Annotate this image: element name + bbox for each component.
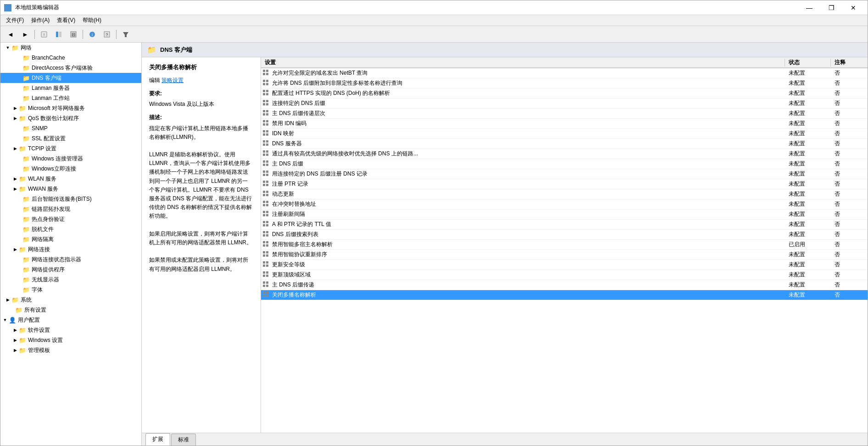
policy-row[interactable]: 关闭多播名称解析未配置否 — [261, 290, 868, 300]
forward-button[interactable]: ► — [19, 28, 32, 41]
tree-item-admin-templates[interactable]: ▶ 📁 管理模板 — [0, 345, 141, 355]
minimize-button[interactable]: — — [799, 0, 820, 15]
svg-rect-45 — [263, 154, 265, 156]
tree-item-net-conn[interactable]: ▶ 📁 网络连接 — [0, 244, 141, 254]
tree-item-wwan[interactable]: ▶ 📁 WWAN 服务 — [0, 184, 141, 194]
filter-button[interactable] — [119, 28, 132, 41]
policy-row[interactable]: 更新安全等级未配置否 — [261, 260, 868, 270]
expand-admin-templates[interactable]: ▶ — [11, 347, 19, 354]
policy-row[interactable]: 主 DNS 后缀传递未配置否 — [261, 280, 868, 290]
expand-network[interactable]: ▼ — [4, 44, 11, 51]
policy-row[interactable]: 允许将 DNS 后缀附加到非限定性多标签名称进行查询未配置否 — [261, 78, 868, 88]
tree-item-lanman-workstation[interactable]: ▶ 📁 Lanman 工作站 — [0, 93, 141, 103]
tree-item-bits[interactable]: ▶ 📁 后台智能传送服务(BITS) — [0, 194, 141, 204]
tree-item-all-settings[interactable]: ▶ 📁 所有设置 — [0, 305, 141, 315]
expand-user-config[interactable]: ▼ — [1, 316, 9, 324]
tree-item-directaccess[interactable]: ▶ 📁 DirectAccess 客户端体验 — [0, 63, 141, 73]
folder-software-settings-icon: 📁 — [19, 327, 26, 334]
policy-setting-label: 配置通过 HTTPS 实现的 DNS (DoH) 的名称解析 — [272, 89, 390, 97]
tab-expand[interactable]: 扩展 — [145, 433, 170, 446]
tree-item-hotspot[interactable]: ▶ 📁 热点身份验证 — [0, 214, 141, 224]
tree-item-system[interactable]: ▶ 📁 系统 — [0, 295, 141, 305]
policy-row[interactable]: DNS 服务器未配置否 — [261, 139, 868, 149]
policy-comment-cell: 否 — [831, 220, 868, 228]
policy-row[interactable]: 更新顶级域区域未配置否 — [261, 270, 868, 280]
policy-setting-label: 更新顶级域区域 — [272, 271, 311, 279]
tree-item-link-layer[interactable]: ▶ 📁 链路层拓扑发现 — [0, 204, 141, 214]
expand-windows-settings[interactable]: ▶ — [11, 336, 19, 344]
policy-row[interactable]: 禁用智能协议重新排序未配置否 — [261, 250, 868, 260]
policy-row[interactable]: 动态更新未配置否 — [261, 189, 868, 199]
policy-row[interactable]: DNS 后缀搜索列表未配置否 — [261, 230, 868, 240]
tree-item-wireless-display[interactable]: ▶ 📁 无线显示器 — [0, 275, 141, 285]
tab-standard[interactable]: 标准 — [171, 434, 196, 446]
expand-system[interactable]: ▶ — [4, 296, 11, 303]
policy-row[interactable]: 通过具有较高优先级的网络接收时优先选择 DNS 上的链路...未配置否 — [261, 149, 868, 159]
tree-item-net-status[interactable]: ▶ 📁 网络连接状态指示器 — [0, 254, 141, 264]
desc-edit-link[interactable]: 策略设置 — [161, 77, 184, 83]
maximize-button[interactable]: ❐ — [821, 0, 842, 15]
tree-item-software-settings[interactable]: ▶ 📁 软件设置 — [0, 325, 141, 335]
svg-rect-29 — [263, 113, 265, 116]
tree-item-branchcache[interactable]: ▶ 📁 BranchCache — [0, 53, 141, 63]
show-hide-button[interactable] — [52, 28, 65, 41]
back-button[interactable]: ◄ — [4, 28, 17, 41]
close-button[interactable]: ✕ — [843, 0, 864, 15]
menu-action[interactable]: 操作(A) — [28, 16, 53, 25]
tree-item-wlan-instant[interactable]: ▶ 📁 Windows立即连接 — [0, 164, 141, 174]
policy-setting-label: 禁用 IDN 编码 — [272, 120, 306, 127]
tree-item-net-isolation[interactable]: ▶ 📁 网络隔离 — [0, 234, 141, 244]
tree-item-user-config[interactable]: ▼ 👤 用户配置 — [0, 315, 141, 325]
tree-item-qos[interactable]: ▶ 📁 QoS 数据包计划程序 — [0, 113, 141, 123]
expand-net-conn[interactable]: ▶ — [11, 246, 19, 253]
policy-row[interactable]: 注册 PTR 记录未配置否 — [261, 179, 868, 189]
svg-rect-3 — [59, 32, 61, 37]
policy-row[interactable]: 连接特定的 DNS 后缀未配置否 — [261, 99, 868, 109]
policy-row[interactable]: 禁用智能多宿主名称解析已启用否 — [261, 240, 868, 250]
tree-item-ms-peer[interactable]: ▶ 📁 Microsoft 对等网络服务 — [0, 103, 141, 113]
policy-row[interactable]: 禁用 IDN 编码未配置否 — [261, 119, 868, 129]
policy-row[interactable]: IDN 映射未配置否 — [261, 129, 868, 139]
menu-file[interactable]: 文件(F) — [2, 16, 28, 25]
policy-row[interactable]: 主 DNS 后缀未配置否 — [261, 159, 868, 169]
expand-tcpip[interactable]: ▶ — [11, 145, 19, 152]
policy-row[interactable]: 注册刷新间隔未配置否 — [261, 209, 868, 220]
right-panel: 📁 DNS 客户端 关闭多播名称解析 编辑 策略设置 要求: Windows V… — [142, 43, 868, 446]
tree-item-snmp[interactable]: ▶ 📁 SNMP — [0, 123, 141, 133]
tree-item-fonts[interactable]: ▶ 📁 字体 — [0, 285, 141, 295]
policy-row[interactable]: 在冲突时替换地址未配置否 — [261, 199, 868, 209]
tree-label-branchcache: BranchCache — [32, 55, 65, 61]
tree-item-dns-client[interactable]: ▶ 📁 DNS 客户端 — [0, 73, 141, 83]
tree-label-lanman-ws: Lanman 工作站 — [32, 94, 70, 102]
menu-help[interactable]: 帮助(H) — [79, 16, 105, 25]
policy-setting-label: 允许对完全限定的域名发出 NetBT 查询 — [272, 69, 367, 77]
properties-button[interactable]: i — [86, 28, 99, 41]
policy-row[interactable]: 主 DNS 后缀传递层次未配置否 — [261, 109, 868, 119]
expand-ms-peer[interactable]: ▶ — [11, 105, 19, 112]
tree-item-network[interactable]: ▼ 📁 网络 — [0, 43, 141, 53]
policy-setting-cell: 允许将 DNS 后缀附加到非限定性多标签名称进行查询 — [261, 79, 785, 87]
policy-row[interactable]: A 和 PTR 记录的 TTL 值未配置否 — [261, 220, 868, 230]
tree-item-net-provider[interactable]: ▶ 📁 网络提供程序 — [0, 264, 141, 275]
help-button[interactable]: ? — [100, 28, 113, 41]
menu-view[interactable]: 查看(V) — [53, 16, 79, 25]
expand-qos[interactable]: ▶ — [11, 115, 19, 122]
policy-row[interactable]: 配置通过 HTTPS 实现的 DNS (DoH) 的名称解析未配置否 — [261, 88, 868, 99]
expand-button[interactable]: ⊟ — [67, 28, 80, 41]
expand-wwan[interactable]: ▶ — [11, 185, 19, 193]
policy-row[interactable]: 用连接特定的 DNS 后缀注册 DNS 记录未配置否 — [261, 169, 868, 179]
policy-row[interactable]: 允许对完全限定的域名发出 NetBT 查询未配置否 — [261, 68, 868, 78]
tree-item-wc-mgr[interactable]: ▶ 📁 Windows 连接管理器 — [0, 154, 141, 164]
svg-rect-78 — [266, 234, 268, 237]
tree-item-offline-files[interactable]: ▶ 📁 脱机文件 — [0, 224, 141, 234]
expand-wlan[interactable]: ▶ — [11, 175, 19, 182]
tree-item-ssl[interactable]: ▶ 📁 SSL 配置设置 — [0, 133, 141, 143]
content-split: 关闭多播名称解析 编辑 策略设置 要求: Windows Vista 及以上版本… — [142, 57, 868, 433]
tree-item-wlan[interactable]: ▶ 📁 WLAN 服务 — [0, 174, 141, 184]
tree-item-windows-settings[interactable]: ▶ 📁 Windows 设置 — [0, 335, 141, 345]
up-button[interactable]: ↑ — [38, 28, 50, 41]
title-bar-left: 本地组策略编辑器 — [4, 4, 59, 11]
tree-item-lanman-server[interactable]: ▶ 📁 Lanman 服务器 — [0, 83, 141, 93]
expand-software-settings[interactable]: ▶ — [11, 326, 19, 334]
tree-item-tcpip[interactable]: ▶ 📁 TCPIP 设置 — [0, 143, 141, 154]
